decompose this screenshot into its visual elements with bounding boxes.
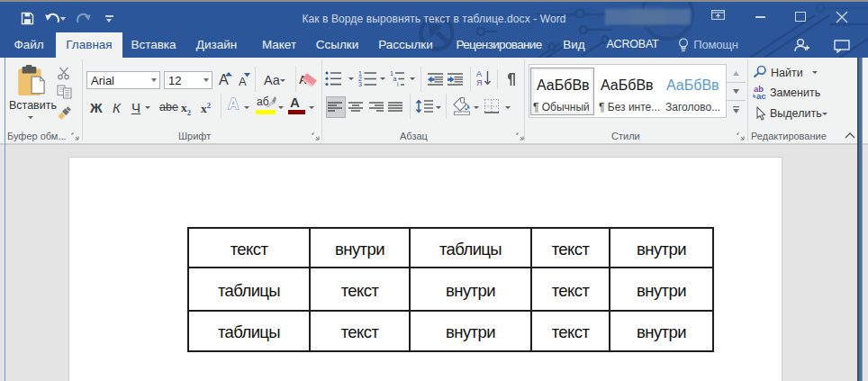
svg-text:ac: ac — [756, 91, 766, 100]
svg-text:А: А — [228, 95, 239, 113]
svg-text:Я: Я — [476, 78, 483, 87]
svg-text:i: i — [397, 81, 399, 86]
svg-text:А: А — [476, 69, 482, 78]
svg-text:3: 3 — [358, 81, 362, 86]
svg-text:a: a — [393, 76, 397, 82]
